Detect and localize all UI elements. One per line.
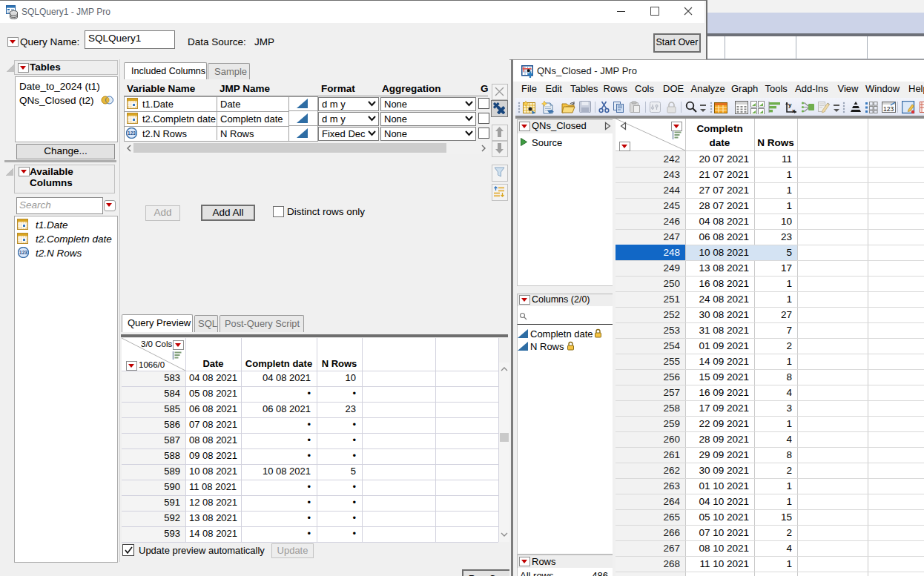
svg-text:123: 123 <box>128 130 136 136</box>
svg-text:123: 123 <box>883 105 894 113</box>
svg-text:x: x <box>792 107 796 114</box>
svg-text:123: 123 <box>19 250 27 255</box>
